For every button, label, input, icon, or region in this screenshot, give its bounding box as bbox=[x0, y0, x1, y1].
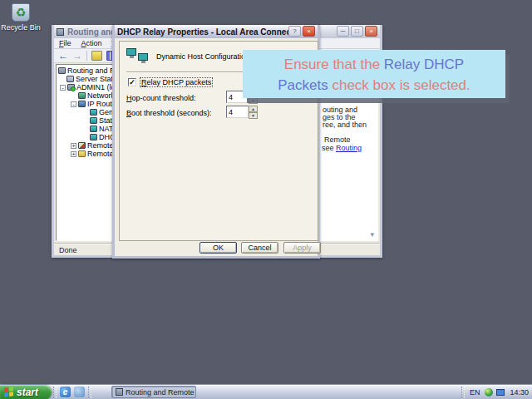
close-button[interactable]: × bbox=[365, 26, 377, 37]
tray-network-icon[interactable] bbox=[496, 389, 505, 396]
minimize-button[interactable]: ─ bbox=[337, 26, 349, 37]
tray-handle[interactable] bbox=[461, 387, 465, 398]
scroll-down-icon[interactable]: ▾ bbox=[370, 230, 374, 239]
remote-access-policies-icon bbox=[78, 142, 86, 149]
annotation-text: Ensure that the bbox=[284, 57, 384, 72]
up-one-level-icon[interactable] bbox=[91, 51, 102, 61]
forward-icon[interactable]: → bbox=[72, 50, 82, 62]
tree-item-dhcp-relay-agent[interactable]: DHCP R bbox=[57, 133, 113, 141]
boot-threshold-spinner: ▲ ▼ bbox=[226, 106, 258, 118]
taskbar-button-rras[interactable]: Routing and Remote ... bbox=[111, 386, 196, 398]
start-label: start bbox=[17, 387, 38, 398]
help-text-fragment: see Routing bbox=[322, 144, 362, 152]
relay-dhcp-packets-label[interactable]: Relay DHCP packets bbox=[140, 78, 212, 86]
tree-item-remote-access-logging[interactable]: + Remote Ac bbox=[57, 150, 113, 158]
collapse-icon[interactable]: - bbox=[71, 101, 76, 107]
recycle-bin-label: Recycle Bin bbox=[0, 23, 42, 32]
start-button[interactable]: start bbox=[0, 385, 52, 399]
folder-icon bbox=[78, 150, 86, 157]
dialog-titlebar[interactable]: DHCP Relay Properties - Local Area Conne… bbox=[115, 25, 318, 38]
annotation-line-2: Packets check box is selected. bbox=[243, 75, 505, 96]
rras-window-icon bbox=[57, 28, 64, 36]
expand-icon[interactable]: + bbox=[71, 143, 76, 149]
tree-item-general[interactable]: Genera bbox=[57, 108, 113, 116]
system-tray: EN 14:30 bbox=[460, 385, 532, 399]
ok-button[interactable]: OK bbox=[200, 242, 237, 254]
taskbar-clock: 14:30 bbox=[510, 388, 529, 397]
quick-launch-handle[interactable] bbox=[53, 387, 57, 398]
relay-dhcp-packets-checkbox[interactable]: ✓ bbox=[128, 78, 136, 86]
help-text-fragment: ree, and then bbox=[323, 121, 367, 129]
cancel-button[interactable]: Cancel bbox=[241, 242, 278, 254]
dialog-title: DHCP Relay Properties - Local Area Conne… bbox=[117, 27, 293, 37]
taskbar-button-label: Routing and Remote ... bbox=[126, 388, 196, 397]
annotation-callout: Ensure that the Relay DHCP Packets check… bbox=[243, 50, 505, 98]
tray-sphere-icon[interactable] bbox=[485, 388, 493, 397]
internet-explorer-icon[interactable]: e bbox=[60, 387, 71, 397]
menu-file[interactable]: File bbox=[59, 39, 71, 48]
server-icon bbox=[58, 67, 66, 74]
tree-item-static-routes[interactable]: Static R bbox=[57, 116, 113, 125]
menu-action[interactable]: Action bbox=[81, 39, 102, 48]
close-button[interactable]: × bbox=[303, 26, 315, 37]
maximize-button[interactable]: □ bbox=[351, 26, 363, 37]
rras-window-icon bbox=[116, 388, 123, 396]
ip-routing-icon bbox=[78, 101, 86, 107]
routing-node-icon bbox=[90, 126, 97, 132]
back-icon[interactable]: ← bbox=[58, 50, 68, 62]
dhcp-relay-icon bbox=[126, 48, 151, 66]
routing-help-link[interactable]: Routing bbox=[336, 144, 362, 152]
tree-item-label: Remote Ac bbox=[87, 141, 114, 150]
routing-node-icon bbox=[90, 117, 97, 124]
tree-item-nat-basic-firewall[interactable]: NAT/Ba bbox=[57, 125, 113, 133]
apply-button[interactable]: Apply bbox=[283, 242, 321, 254]
toolbar-separator bbox=[86, 51, 87, 61]
tree-item-label: Routing and Remo bbox=[67, 66, 114, 75]
annotation-text: check box is selected. bbox=[328, 77, 470, 93]
server-status-icon bbox=[66, 76, 74, 82]
tree-item-label: Server Status bbox=[76, 75, 114, 83]
status-text: Done bbox=[59, 246, 77, 254]
boot-threshold-label: Boot threshold (seconds): bbox=[126, 109, 212, 117]
show-desktop-icon[interactable] bbox=[74, 387, 85, 397]
boot-threshold-input[interactable] bbox=[226, 106, 249, 118]
recycle-bin-icon[interactable]: ♻ bbox=[12, 3, 30, 22]
hop-count-label: Hop-count threshold: bbox=[126, 94, 196, 102]
network-interface-icon bbox=[78, 92, 86, 99]
taskband-handle[interactable] bbox=[88, 387, 91, 398]
tree-item-admin1[interactable]: - ADMIN1 (local) bbox=[57, 83, 113, 91]
tree-item-ip-routing[interactable]: - IP Routing bbox=[57, 100, 113, 108]
computer-icon bbox=[126, 48, 136, 56]
spin-down-icon[interactable]: ▼ bbox=[249, 97, 258, 104]
tree-item-root[interactable]: Routing and Remo bbox=[57, 66, 113, 75]
spin-up-icon[interactable]: ▲ bbox=[249, 106, 258, 112]
annotation-text: Packets bbox=[278, 77, 328, 93]
annotation-text: Relay DHCP bbox=[384, 57, 464, 72]
routing-node-icon bbox=[90, 109, 97, 116]
tree-item-label: Remote Ac bbox=[87, 150, 114, 158]
spin-down-icon[interactable]: ▼ bbox=[249, 112, 258, 119]
tree-item-server-status[interactable]: Server Status bbox=[57, 75, 113, 83]
console-tree: Routing and Remo Server Status - ADMIN1 … bbox=[56, 64, 114, 241]
computer-icon bbox=[138, 53, 148, 61]
windows-flag-icon bbox=[4, 387, 13, 397]
collapse-icon[interactable]: - bbox=[60, 85, 66, 91]
tree-item-remote-access-policies[interactable]: + Remote Ac bbox=[57, 141, 113, 150]
tree-item-label: ADMIN1 (local) bbox=[76, 83, 114, 91]
desktop: ♻ Recycle Bin Routing and Re ─ □ × File … bbox=[0, 0, 532, 399]
taskbar: start e Routing and Remote ... EN 14:30 bbox=[0, 384, 532, 399]
routing-node-icon bbox=[90, 134, 97, 140]
recycle-bin[interactable]: ♻ Recycle Bin bbox=[0, 3, 42, 32]
help-text-fragment: Remote bbox=[324, 135, 351, 144]
expand-icon[interactable]: + bbox=[71, 151, 76, 157]
help-button[interactable]: ? bbox=[288, 26, 301, 37]
annotation-line-1: Ensure that the Relay DHCP bbox=[243, 54, 505, 75]
tree-item-label: IP Routing bbox=[87, 100, 114, 108]
language-indicator[interactable]: EN bbox=[466, 387, 484, 397]
help-text-see: see bbox=[322, 144, 336, 152]
tree-item-network-interfaces[interactable]: Network In bbox=[57, 91, 113, 100]
local-server-icon bbox=[67, 84, 75, 91]
tree-item-label: Network In bbox=[87, 91, 114, 100]
